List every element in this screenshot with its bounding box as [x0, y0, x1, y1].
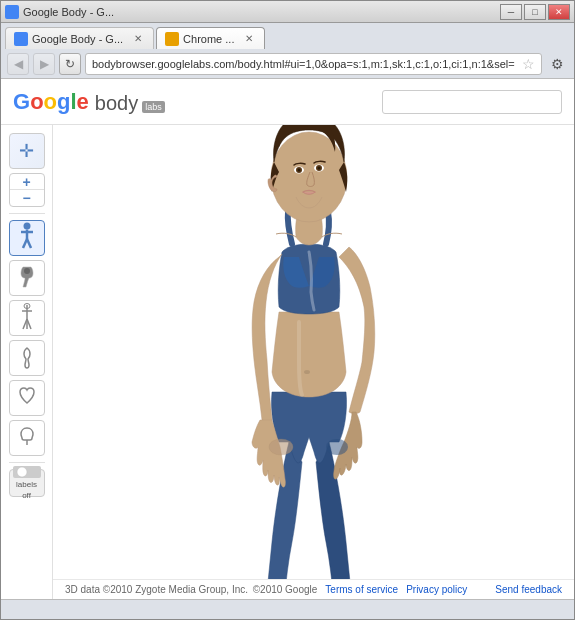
zoom-in-button[interactable]: +: [10, 174, 44, 190]
logo-o2: o: [44, 89, 57, 114]
skeleton-icon: [16, 303, 38, 334]
logo-g: G: [13, 89, 30, 114]
rotate-icon: ✛: [19, 140, 34, 162]
wrench-button[interactable]: ⚙: [546, 53, 568, 75]
labs-badge: labs: [142, 101, 165, 113]
refresh-button[interactable]: ↻: [59, 53, 81, 75]
svg-point-22: [317, 167, 320, 170]
sidebar-item-skeleton[interactable]: [9, 300, 45, 336]
tab-close-google-body[interactable]: ✕: [131, 32, 145, 46]
sidebar-divider-2: [9, 462, 45, 463]
svg-point-13: [17, 467, 27, 477]
sidebar-item-full-body[interactable]: [9, 220, 45, 256]
window-controls: ─ □ ✕: [500, 4, 570, 20]
labels-toggle-switch: [13, 466, 41, 478]
logo-google-text: Google: [13, 89, 89, 115]
tab-google-body[interactable]: Google Body - G... ✕: [5, 27, 154, 49]
window-frame: Google Body - G... ─ □ ✕ Google Body - G…: [0, 0, 575, 620]
logo-o1: o: [30, 89, 43, 114]
sidebar: ✛ + −: [1, 125, 53, 599]
footer: 3D data ©2010 Zygote Media Group, Inc. ©…: [53, 579, 574, 599]
svg-point-24: [269, 439, 293, 455]
browser-content: Google body labs ✛ + −: [1, 79, 574, 599]
logo-g2: g: [57, 89, 70, 114]
sidebar-divider-1: [9, 213, 45, 214]
window-title: Google Body - G...: [23, 6, 114, 18]
minimize-button[interactable]: ─: [500, 4, 522, 20]
digestive-icon: [16, 343, 38, 374]
sidebar-item-digestive[interactable]: [9, 340, 45, 376]
tab-bar: Google Body - G... ✕ Chrome ... ✕: [1, 23, 574, 49]
svg-point-25: [326, 439, 348, 455]
rotate-control[interactable]: ✛: [9, 133, 45, 169]
bookmark-star-icon[interactable]: ☆: [522, 56, 535, 72]
google-logo: Google body labs: [13, 89, 165, 115]
tab-close-chrome[interactable]: ✕: [242, 32, 256, 46]
tab-favicon-google-body: [14, 32, 28, 46]
svg-point-19: [297, 169, 300, 172]
heart-icon: [16, 383, 38, 414]
tab-label-google-body: Google Body - G...: [32, 33, 123, 45]
sidebar-item-heart[interactable]: [9, 380, 45, 416]
tab-label-chrome: Chrome ...: [183, 33, 234, 45]
body-svg: [144, 125, 484, 599]
labels-toggle-label: labels: [16, 480, 37, 489]
svg-point-16: [271, 132, 347, 222]
sidebar-item-muscles[interactable]: [9, 260, 45, 296]
muscles-icon: [16, 263, 38, 294]
brain-icon: [16, 423, 38, 454]
close-button[interactable]: ✕: [548, 4, 570, 20]
zoom-out-button[interactable]: −: [10, 190, 44, 206]
full-body-icon: [16, 222, 38, 254]
feedback-link[interactable]: Send feedback: [495, 584, 562, 595]
3d-view-area[interactable]: 3D data ©2010 Zygote Media Group, Inc. ©…: [53, 125, 574, 599]
title-bar: Google Body - G... ─ □ ✕: [1, 1, 574, 23]
window-favicon: [5, 5, 19, 19]
app-header: Google body labs: [1, 79, 574, 125]
labels-toggle-off-label: off: [22, 491, 31, 500]
url-text: bodybrowser.googlelabs.com/body.html#ui=…: [92, 58, 518, 70]
labels-toggle-button[interactable]: labels off: [9, 469, 45, 497]
svg-point-23: [304, 370, 310, 374]
search-input[interactable]: [382, 90, 562, 114]
footer-links: ©2010 Google Terms of service Privacy po…: [253, 584, 562, 595]
privacy-link[interactable]: Privacy policy: [406, 584, 467, 595]
status-bar: [1, 599, 574, 619]
footer-copyright: ©2010 Google: [253, 584, 318, 595]
tab-chrome[interactable]: Chrome ... ✕: [156, 27, 265, 49]
sidebar-item-brain[interactable]: [9, 420, 45, 456]
url-bar[interactable]: bodybrowser.googlelabs.com/body.html#ui=…: [85, 53, 542, 75]
body-figure: [53, 125, 574, 579]
maximize-button[interactable]: □: [524, 4, 546, 20]
svg-point-0: [23, 223, 30, 230]
svg-line-4: [27, 239, 31, 248]
svg-point-5: [24, 268, 30, 274]
forward-button[interactable]: ▶: [33, 53, 55, 75]
zoom-control: + −: [9, 173, 45, 207]
address-bar: ◀ ▶ ↻ bodybrowser.googlelabs.com/body.ht…: [1, 49, 574, 79]
logo-body-text: body: [95, 92, 138, 115]
main-area: ✛ + −: [1, 125, 574, 599]
footer-credit: 3D data ©2010 Zygote Media Group, Inc.: [65, 584, 248, 595]
terms-link[interactable]: Terms of service: [325, 584, 398, 595]
back-button[interactable]: ◀: [7, 53, 29, 75]
logo-e: e: [77, 89, 89, 114]
title-bar-left: Google Body - G...: [5, 5, 114, 19]
tab-favicon-chrome: [165, 32, 179, 46]
